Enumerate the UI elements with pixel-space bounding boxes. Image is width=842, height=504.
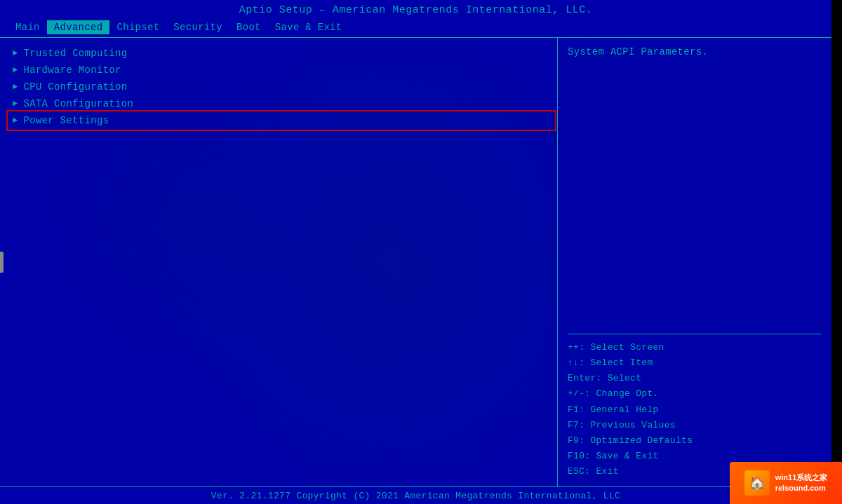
left-panel: ► Trusted Computing ► Hardware Monitor ►… <box>0 38 558 486</box>
footer: Ver. 2.21.1277 Copyright (C) 2021 Americ… <box>0 487 831 504</box>
entry-sata-configuration[interactable]: ► SATA Configuration <box>8 95 554 112</box>
arrow-icon: ► <box>13 65 18 75</box>
help-text: System ACPI Parameters. <box>568 45 822 60</box>
entry-cpu-configuration[interactable]: ► CPU Configuration <box>8 79 554 95</box>
shortcut-f1-help: F1: General Help <box>568 402 822 418</box>
menu-item-security[interactable]: Security <box>166 20 229 34</box>
footer-text: Ver. 2.21.1277 Copyright (C) 2021 Americ… <box>211 491 620 501</box>
shortcut-change-opt: +/-: Change Opt. <box>568 386 822 402</box>
shortcuts: ++: Select Screen ↑↓: Select Item Enter:… <box>568 340 822 479</box>
watermark-badge: 🏠 win11系统之家 relsound.com <box>730 462 842 504</box>
menu-item-main[interactable]: Main <box>8 20 47 34</box>
bios-screen: Aptio Setup – American Megatrends Intern… <box>0 0 831 504</box>
arrow-icon: ► <box>13 48 18 58</box>
main-content: ◀ ► Trusted Computing ► Hardware Monitor… <box>0 38 831 486</box>
entry-label: CPU Configuration <box>24 81 128 93</box>
badge-text: win11系统之家 relsound.com <box>775 472 828 494</box>
side-scroll-arrow[interactable]: ◀ <box>0 252 4 273</box>
badge-icon: 🏠 <box>744 470 770 496</box>
entry-label: SATA Configuration <box>24 98 134 109</box>
shortcut-f7-prev: F7: Previous Values <box>568 418 822 433</box>
menu-item-advanced[interactable]: Advanced <box>47 20 110 34</box>
entry-label: Trusted Computing <box>24 48 128 59</box>
entry-power-settings[interactable]: ► Power Settings <box>8 112 554 129</box>
entry-label: Power Settings <box>24 115 109 126</box>
entry-label: Hardware Monitor <box>24 64 121 76</box>
menu-item-save-exit[interactable]: Save & Exit <box>268 20 349 34</box>
badge-line2: relsound.com <box>775 483 828 493</box>
title-bar: Aptio Setup – American Megatrends Intern… <box>0 0 831 19</box>
menu-item-chipset[interactable]: Chipset <box>109 20 166 34</box>
shortcut-select-item: ↑↓: Select Item <box>568 355 822 371</box>
arrow-icon: ► <box>13 99 18 109</box>
menu-item-boot[interactable]: Boot <box>229 20 268 34</box>
badge-line1: win11系统之家 <box>775 472 828 483</box>
menu-bar: Main Advanced Chipset Security Boot Save… <box>0 19 831 37</box>
arrow-icon: ► <box>13 116 18 125</box>
shortcut-select-screen: ++: Select Screen <box>568 340 822 355</box>
right-panel: System ACPI Parameters. ++: Select Scree… <box>558 38 831 486</box>
arrow-icon: ► <box>13 82 18 92</box>
title-text: Aptio Setup – American Megatrends Intern… <box>239 4 593 16</box>
menu-entries: ► Trusted Computing ► Hardware Monitor ►… <box>8 45 554 129</box>
shortcut-divider <box>568 334 822 334</box>
shortcut-enter-select: Enter: Select <box>568 371 822 386</box>
shortcut-f9-defaults: F9: Optimized Defaults <box>568 433 822 449</box>
badge-icon-symbol: 🏠 <box>749 475 765 491</box>
entry-hardware-monitor[interactable]: ► Hardware Monitor <box>8 62 554 79</box>
entry-trusted-computing[interactable]: ► Trusted Computing <box>8 45 554 62</box>
